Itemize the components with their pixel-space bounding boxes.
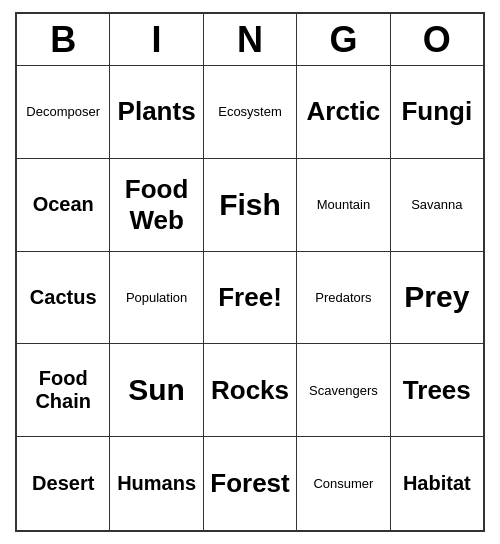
header-letter-g: G bbox=[297, 14, 390, 66]
cell-text-2-0: Cactus bbox=[30, 286, 97, 309]
cell-text-4-0: Desert bbox=[32, 472, 94, 495]
bingo-row-3: Food ChainSunRocksScavengersTrees bbox=[17, 344, 483, 437]
cell-text-2-3: Predators bbox=[315, 290, 371, 305]
bingo-cell-0-1: Plants bbox=[110, 66, 203, 159]
cell-text-1-1: Food Web bbox=[114, 174, 198, 236]
bingo-row-0: DecomposerPlantsEcosystemArcticFungi bbox=[17, 66, 483, 159]
header-letter-i: I bbox=[110, 14, 203, 66]
bingo-cell-4-1: Humans bbox=[110, 437, 203, 530]
cell-text-4-4: Habitat bbox=[403, 472, 471, 495]
header-letter-b: B bbox=[17, 14, 110, 66]
cell-text-0-1: Plants bbox=[118, 96, 196, 127]
bingo-cell-3-0: Food Chain bbox=[17, 344, 110, 437]
bingo-header: BINGO bbox=[17, 14, 483, 66]
bingo-cell-4-2: Forest bbox=[204, 437, 297, 530]
cell-text-4-1: Humans bbox=[117, 472, 196, 495]
bingo-cell-1-1: Food Web bbox=[110, 159, 203, 252]
bingo-cell-0-0: Decomposer bbox=[17, 66, 110, 159]
cell-text-0-4: Fungi bbox=[401, 96, 472, 127]
bingo-cell-4-4: Habitat bbox=[391, 437, 483, 530]
bingo-cell-3-1: Sun bbox=[110, 344, 203, 437]
bingo-row-4: DesertHumansForestConsumerHabitat bbox=[17, 437, 483, 530]
cell-text-1-0: Ocean bbox=[33, 193, 94, 216]
cell-text-2-1: Population bbox=[126, 290, 187, 305]
cell-text-0-2: Ecosystem bbox=[218, 104, 282, 119]
cell-text-3-1: Sun bbox=[128, 373, 185, 407]
bingo-cell-3-3: Scavengers bbox=[297, 344, 390, 437]
bingo-cell-0-4: Fungi bbox=[391, 66, 483, 159]
bingo-cell-3-2: Rocks bbox=[204, 344, 297, 437]
bingo-cell-0-2: Ecosystem bbox=[204, 66, 297, 159]
cell-text-0-0: Decomposer bbox=[26, 104, 100, 119]
bingo-cell-2-2: Free! bbox=[204, 252, 297, 345]
cell-text-2-2: Free! bbox=[218, 282, 282, 313]
cell-text-4-3: Consumer bbox=[313, 476, 373, 491]
cell-text-3-0: Food Chain bbox=[21, 367, 105, 413]
bingo-cell-1-3: Mountain bbox=[297, 159, 390, 252]
bingo-cell-2-1: Population bbox=[110, 252, 203, 345]
cell-text-3-2: Rocks bbox=[211, 375, 289, 406]
bingo-body: DecomposerPlantsEcosystemArcticFungiOcea… bbox=[17, 66, 483, 530]
bingo-cell-1-4: Savanna bbox=[391, 159, 483, 252]
bingo-cell-3-4: Trees bbox=[391, 344, 483, 437]
cell-text-1-2: Fish bbox=[219, 188, 281, 222]
header-letter-o: O bbox=[391, 14, 483, 66]
bingo-cell-2-0: Cactus bbox=[17, 252, 110, 345]
bingo-cell-2-3: Predators bbox=[297, 252, 390, 345]
cell-text-2-4: Prey bbox=[404, 280, 469, 314]
header-letter-n: N bbox=[204, 14, 297, 66]
cell-text-1-3: Mountain bbox=[317, 197, 370, 212]
cell-text-3-3: Scavengers bbox=[309, 383, 378, 398]
bingo-cell-1-0: Ocean bbox=[17, 159, 110, 252]
cell-text-0-3: Arctic bbox=[307, 96, 381, 127]
cell-text-3-4: Trees bbox=[403, 375, 471, 406]
bingo-card: BINGO DecomposerPlantsEcosystemArcticFun… bbox=[15, 12, 485, 532]
bingo-cell-0-3: Arctic bbox=[297, 66, 390, 159]
bingo-cell-2-4: Prey bbox=[391, 252, 483, 345]
bingo-cell-4-0: Desert bbox=[17, 437, 110, 530]
bingo-cell-1-2: Fish bbox=[204, 159, 297, 252]
cell-text-4-2: Forest bbox=[210, 468, 289, 499]
bingo-row-1: OceanFood WebFishMountainSavanna bbox=[17, 159, 483, 252]
bingo-cell-4-3: Consumer bbox=[297, 437, 390, 530]
bingo-row-2: CactusPopulationFree!PredatorsPrey bbox=[17, 252, 483, 345]
cell-text-1-4: Savanna bbox=[411, 197, 462, 212]
